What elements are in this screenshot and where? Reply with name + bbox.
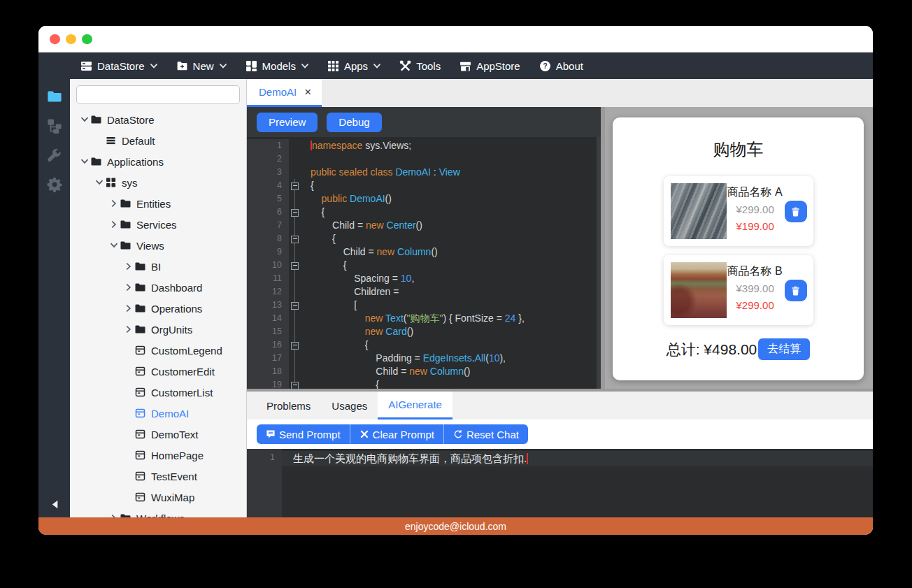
delete-item-button[interactable] bbox=[785, 280, 807, 301]
tree-item-default[interactable]: Default bbox=[70, 130, 246, 151]
chevron-right-icon[interactable] bbox=[108, 221, 120, 228]
hierarchy-icon[interactable] bbox=[47, 118, 62, 134]
collapse-region-icon[interactable] bbox=[291, 262, 299, 270]
tree-item-testevent[interactable]: TestEvent bbox=[70, 466, 246, 487]
editor-column: DemoAI × Preview Debug 1namespace sys.Vi… bbox=[247, 79, 873, 517]
menu-item-tools[interactable]: Tools bbox=[399, 60, 441, 72]
preview-button[interactable]: Preview bbox=[257, 113, 318, 132]
menu-item-new[interactable]: New bbox=[176, 60, 227, 72]
tree-item-customeredit[interactable]: CustomerEdit bbox=[70, 361, 246, 382]
fold-marker[interactable] bbox=[289, 259, 301, 272]
chat-icon bbox=[266, 429, 276, 439]
chevron-right-icon[interactable] bbox=[122, 263, 134, 270]
menu-item-apps[interactable]: Apps bbox=[327, 60, 380, 72]
menu-item-appstore[interactable]: AppStore bbox=[459, 60, 520, 72]
gear-icon[interactable] bbox=[47, 177, 62, 192]
fold-marker[interactable] bbox=[289, 299, 301, 312]
code-editor-pane: Preview Debug 1namespace sys.Views;23pub… bbox=[247, 107, 601, 389]
folder-icon bbox=[120, 198, 131, 209]
fold-gutter bbox=[289, 219, 301, 232]
tree-item-operations[interactable]: Operations bbox=[70, 298, 246, 319]
checkout-button[interactable]: 去结算 bbox=[758, 338, 810, 360]
collapse-region-icon[interactable] bbox=[291, 236, 299, 243]
tab-usages[interactable]: Usages bbox=[321, 392, 378, 420]
code-editor-scrollbar[interactable] bbox=[597, 137, 601, 389]
tree-item-demotext[interactable]: DemoText bbox=[70, 424, 246, 445]
fold-marker[interactable] bbox=[289, 179, 301, 192]
minimize-window-button[interactable] bbox=[66, 34, 76, 45]
collapse-region-icon[interactable] bbox=[291, 382, 299, 389]
prompt-button-group: Send PromptClear PromptReset Chat bbox=[257, 424, 528, 444]
tree-item-entities[interactable]: Entities bbox=[70, 193, 246, 214]
tab-aigenerate[interactable]: AIGenerate bbox=[378, 392, 453, 420]
chevron-right-icon[interactable] bbox=[122, 305, 134, 312]
chevron-down-icon[interactable] bbox=[78, 116, 90, 123]
tree-item-dashboard[interactable]: Dashboard bbox=[70, 277, 246, 298]
tree-item-workflows[interactable]: Workflows bbox=[70, 508, 246, 517]
tree-item-sys[interactable]: sys bbox=[70, 172, 246, 193]
folder-icon[interactable] bbox=[47, 89, 62, 104]
code-editor[interactable]: 1namespace sys.Views;23public sealed cla… bbox=[247, 137, 601, 389]
collapse-sidebar-button[interactable] bbox=[50, 500, 58, 509]
tree-item-label: DataStore bbox=[107, 114, 155, 126]
tree-item-label: Applications bbox=[107, 156, 164, 168]
tree-item-views[interactable]: Views bbox=[70, 235, 246, 256]
send-prompt-button[interactable]: Send Prompt bbox=[257, 424, 350, 444]
tree-item-wuximap[interactable]: WuxiMap bbox=[70, 487, 246, 508]
prompt-text-area[interactable]: 生成一个美观的电商购物车界面，商品项包含折扣. bbox=[282, 449, 873, 517]
collapse-region-icon[interactable] bbox=[291, 342, 299, 350]
chevron-down-icon bbox=[301, 64, 308, 69]
chevron-down-icon[interactable] bbox=[93, 179, 105, 186]
tree-item-datastore[interactable]: DataStore bbox=[70, 109, 246, 130]
zoom-window-button[interactable] bbox=[82, 34, 92, 45]
fold-marker[interactable] bbox=[289, 206, 301, 219]
folder-icon bbox=[134, 303, 146, 314]
close-tab-icon[interactable]: × bbox=[304, 86, 311, 98]
collapse-region-icon[interactable] bbox=[291, 302, 299, 310]
tree-item-applications[interactable]: Applications bbox=[70, 151, 246, 172]
fold-marker[interactable] bbox=[289, 232, 301, 245]
chevron-right-icon[interactable] bbox=[108, 200, 120, 207]
code-line: 1namespace sys.Views; bbox=[247, 139, 601, 152]
menu-item-about[interactable]: ?About bbox=[539, 60, 583, 72]
reset-chat-button[interactable]: Reset Chat bbox=[444, 424, 528, 444]
tab-problems[interactable]: Problems bbox=[256, 392, 321, 420]
tree-item-services[interactable]: Services bbox=[70, 214, 246, 235]
line-number: 14 bbox=[247, 312, 289, 325]
cart-total-text: 总计: ¥498.00 bbox=[667, 340, 757, 359]
menu-item-datastore[interactable]: DataStore bbox=[80, 60, 157, 72]
chevron-right-icon[interactable] bbox=[122, 284, 134, 291]
line-number: 6 bbox=[247, 206, 289, 219]
debug-button[interactable]: Debug bbox=[327, 113, 381, 132]
tree-item-demoai[interactable]: DemoAI bbox=[70, 403, 246, 424]
tree-item-bi[interactable]: BI bbox=[70, 256, 246, 277]
tree-item-customlegend[interactable]: CustomLegend bbox=[70, 340, 246, 361]
tree-item-label: HomePage bbox=[151, 450, 204, 461]
tree-item-label: Operations bbox=[151, 303, 202, 315]
tree-item-orgunits[interactable]: OrgUnits bbox=[70, 319, 246, 340]
chevron-down-icon[interactable] bbox=[108, 242, 120, 249]
tree-item-label: CustomerEdit bbox=[151, 366, 215, 378]
close-window-button[interactable] bbox=[50, 34, 60, 45]
clear-prompt-button[interactable]: Clear Prompt bbox=[350, 424, 444, 444]
prompt-editor[interactable]: 1 生成一个美观的电商购物车界面，商品项包含折扣. bbox=[247, 449, 873, 517]
menu-item-label: Tools bbox=[416, 60, 441, 72]
tree-item-customerlist[interactable]: CustomerList bbox=[70, 382, 246, 403]
product-image bbox=[671, 183, 727, 239]
line-number: 17 bbox=[247, 352, 289, 365]
search-input[interactable] bbox=[94, 89, 234, 101]
app-window: DataStoreNewModelsAppsToolsAppStore?Abou… bbox=[38, 26, 873, 535]
fold-marker[interactable] bbox=[289, 338, 301, 352]
chevron-right-icon[interactable] bbox=[122, 326, 134, 333]
tab-demoai[interactable]: DemoAI × bbox=[247, 79, 322, 107]
collapse-region-icon[interactable] bbox=[291, 209, 299, 217]
view-icon bbox=[134, 366, 146, 377]
tree-item-homepage[interactable]: HomePage bbox=[70, 445, 246, 466]
menu-item-models[interactable]: Models bbox=[245, 60, 308, 72]
search-box bbox=[76, 85, 240, 104]
fold-marker[interactable] bbox=[289, 378, 301, 389]
wrench-icon[interactable] bbox=[47, 148, 62, 163]
delete-item-button[interactable] bbox=[785, 201, 807, 222]
chevron-down-icon[interactable] bbox=[78, 158, 90, 165]
collapse-region-icon[interactable] bbox=[291, 182, 299, 190]
